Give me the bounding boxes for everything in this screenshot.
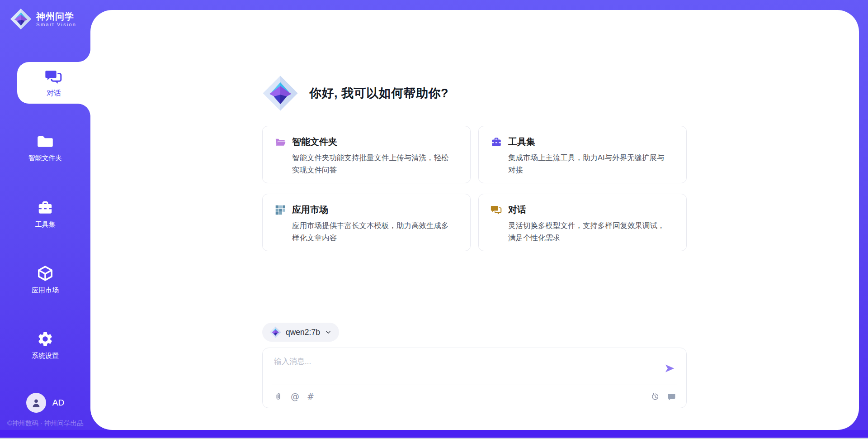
sidebar: 神州问学 Smart Vision 对话 智能文件夹 工具集 应用市场 系统设置 — [0, 0, 90, 439]
card-toolbox[interactable]: 工具集 集成市场上主流工具，助力AI与外界无缝扩展与对接 — [478, 126, 687, 183]
folder-icon — [37, 133, 54, 150]
sidebar-item-settings[interactable]: 系统设置 — [0, 330, 90, 360]
composer-divider — [272, 385, 677, 385]
brand-subtitle: Smart Vision — [36, 22, 76, 27]
user-initials: AD — [52, 398, 64, 408]
sidebar-item-toolbox[interactable]: 工具集 — [0, 199, 90, 229]
sidebar-item-label: 系统设置 — [32, 352, 59, 360]
card-chat[interactable]: 对话 灵活切换多模型文件，支持多样回复效果调试，满足个性化需求 — [478, 194, 687, 251]
grid-cube-icon — [274, 204, 286, 216]
card-title: 智能文件夹 — [292, 136, 337, 148]
gear-icon — [37, 330, 54, 348]
folder-open-icon — [274, 136, 286, 148]
card-app-market[interactable]: 应用市场 应用市场提供丰富长文本模板，助力高效生成多样化文章内容 — [262, 194, 471, 251]
send-arrow-icon — [664, 363, 675, 374]
cube-icon — [37, 265, 54, 282]
sidebar-item-app-market[interactable]: 应用市场 — [0, 265, 90, 295]
chat-bubbles-icon — [491, 204, 502, 216]
copyright-footer: ©神州数码 · 神州问学出品 — [7, 419, 84, 428]
mention-button[interactable]: @ — [291, 392, 299, 401]
paperclip-icon — [274, 392, 283, 401]
user-profile[interactable]: AD — [0, 393, 90, 413]
toolbox-icon — [37, 199, 54, 216]
sidebar-item-label: 工具集 — [35, 220, 56, 229]
card-description: 智能文件夹功能支持批量文件上传与清洗，轻松实现文件问答 — [292, 152, 455, 176]
new-chat-button[interactable] — [667, 392, 676, 401]
toolbox-icon — [491, 136, 502, 148]
bottom-accent-strip — [0, 430, 868, 438]
hash-icon: # — [307, 392, 314, 401]
brand-gem-icon — [10, 8, 32, 30]
attach-file-button[interactable] — [274, 392, 283, 401]
card-description: 灵活切换多模型文件，支持多样回复效果调试，满足个性化需求 — [508, 220, 671, 243]
card-title: 工具集 — [508, 136, 535, 148]
sidebar-item-label: 应用市场 — [32, 286, 59, 295]
greeting: 你好, 我可以如何帮助你? — [262, 72, 448, 114]
sidebar-item-chat[interactable]: 对话 — [17, 62, 90, 104]
at-sign-icon: @ — [291, 392, 299, 401]
person-icon — [30, 397, 42, 409]
card-smart-folder[interactable]: 智能文件夹 智能文件夹功能支持批量文件上传与清洗，轻松实现文件问答 — [262, 126, 471, 183]
model-gem-icon — [269, 325, 281, 339]
message-input[interactable] — [274, 356, 654, 382]
card-title: 应用市场 — [292, 204, 328, 216]
history-icon — [651, 392, 660, 401]
assistant-gem-icon — [262, 72, 298, 114]
chat-bubbles-icon — [45, 68, 63, 86]
topic-button[interactable]: # — [307, 392, 314, 401]
model-name: qwen2:7b — [286, 328, 320, 337]
model-selector[interactable]: qwen2:7b — [262, 323, 339, 342]
feature-cards: 智能文件夹 智能文件夹功能支持批量文件上传与清洗，轻松实现文件问答 工具集 集成… — [262, 126, 687, 251]
sidebar-item-label: 智能文件夹 — [28, 154, 62, 162]
chevron-down-icon — [325, 329, 332, 336]
history-button[interactable] — [651, 392, 660, 401]
brand-logo: 神州问学 Smart Vision — [10, 8, 76, 30]
message-composer: @ # — [262, 348, 687, 408]
card-title: 对话 — [508, 204, 526, 216]
chat-bubble-filled-icon — [667, 392, 676, 401]
sidebar-item-smart-folder[interactable]: 智能文件夹 — [0, 133, 90, 162]
brand-name: 神州问学 — [36, 11, 76, 22]
main-panel: 你好, 我可以如何帮助你? 智能文件夹 智能文件夹功能支持批量文件上传与清洗，轻… — [90, 10, 859, 430]
send-button[interactable] — [664, 363, 675, 374]
avatar — [26, 393, 46, 413]
sidebar-item-label: 对话 — [47, 89, 61, 98]
greeting-title: 你好, 我可以如何帮助你? — [309, 85, 448, 101]
card-description: 应用市场提供丰富长文本模板，助力高效生成多样化文章内容 — [292, 220, 455, 243]
card-description: 集成市场上主流工具，助力AI与外界无缝扩展与对接 — [508, 152, 671, 176]
